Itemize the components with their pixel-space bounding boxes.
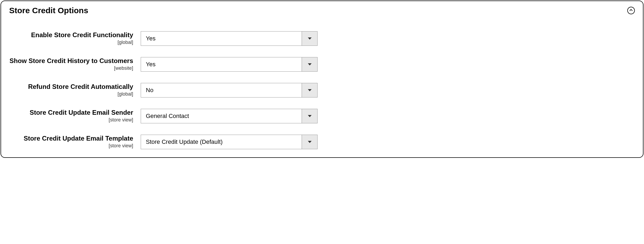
field-label: Show Store Credit History to Customers [9,57,133,65]
select-value: General Contact [141,109,302,123]
field-scope: [store view] [9,117,133,123]
chevron-down-icon [302,83,317,97]
field-scope: [website] [9,65,133,71]
select-value: Yes [141,32,302,46]
field-row-enable: Enable Store Credit Functionality [globa… [9,31,635,46]
field-label: Enable Store Credit Functionality [9,31,133,39]
chevron-up-icon [629,8,633,13]
field-row-template: Store Credit Update Email Template [stor… [9,135,635,149]
field-label: Store Credit Update Email Sender [9,109,133,117]
field-row-refund: Refund Store Credit Automatically [globa… [9,83,635,97]
field-control: Yes [141,31,318,46]
field-label-col: Enable Store Credit Functionality [globa… [9,31,141,45]
chevron-down-icon [302,135,317,149]
panel-body: Enable Store Credit Functionality [globa… [1,18,643,157]
field-scope: [global] [9,40,133,45]
show-history-select[interactable]: Yes [141,57,318,72]
field-control: Yes [141,57,318,72]
store-credit-options-panel: Store Credit Options Enable Store Credit… [1,1,643,158]
field-label-col: Refund Store Credit Automatically [globa… [9,83,141,97]
svg-marker-2 [308,89,312,91]
email-sender-select[interactable]: General Contact [141,109,318,123]
field-scope: [store view] [9,143,133,149]
refund-automatically-select[interactable]: No [141,83,318,97]
select-value: Store Credit Update (Default) [141,135,302,149]
field-control: General Contact [141,109,318,123]
svg-marker-0 [308,37,312,40]
field-label: Store Credit Update Email Template [9,135,133,142]
field-row-sender: Store Credit Update Email Sender [store … [9,109,635,123]
chevron-down-icon [302,32,317,46]
select-value: Yes [141,57,302,71]
select-value: No [141,83,302,97]
field-label-col: Store Credit Update Email Template [stor… [9,135,141,149]
field-label: Refund Store Credit Automatically [9,83,133,91]
collapse-button[interactable] [627,7,635,14]
chevron-down-icon [302,57,317,71]
svg-marker-1 [308,63,312,65]
field-label-col: Store Credit Update Email Sender [store … [9,109,141,123]
field-control: Store Credit Update (Default) [141,135,318,149]
field-scope: [global] [9,91,133,97]
field-control: No [141,83,318,97]
svg-marker-4 [308,141,312,143]
enable-store-credit-select[interactable]: Yes [141,31,318,46]
section-title: Store Credit Options [9,6,88,15]
svg-marker-3 [308,115,312,117]
email-template-select[interactable]: Store Credit Update (Default) [141,135,318,149]
field-label-col: Show Store Credit History to Customers [… [9,57,141,71]
chevron-down-icon [302,109,317,123]
panel-header: Store Credit Options [1,1,643,18]
field-row-history: Show Store Credit History to Customers [… [9,57,635,72]
